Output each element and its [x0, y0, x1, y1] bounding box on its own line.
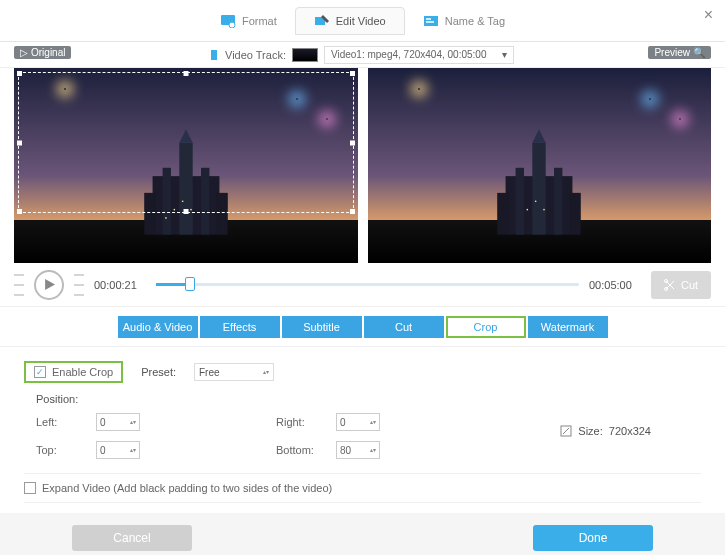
aspect-icon	[560, 425, 572, 437]
right-input[interactable]: 0▴▾	[336, 413, 380, 431]
subtab-watermark[interactable]: Watermark	[528, 316, 608, 338]
seek-track[interactable]	[156, 283, 579, 286]
size-value: 720x324	[609, 425, 651, 437]
svg-point-23	[527, 209, 529, 211]
svg-rect-3	[424, 16, 438, 26]
svg-marker-26	[45, 279, 55, 290]
stepper-icon: ▴▾	[263, 370, 269, 375]
top-label: Top:	[36, 444, 96, 456]
svg-point-1	[229, 22, 235, 28]
subtab-audio-video[interactable]: Audio & Video	[118, 316, 198, 338]
tag-icon	[423, 14, 439, 28]
footer: Cancel Done	[0, 513, 725, 555]
scissors-icon	[664, 279, 676, 291]
done-button[interactable]: Done	[533, 525, 653, 551]
enable-crop-checkbox[interactable]: ✓	[34, 366, 46, 378]
cancel-button[interactable]: Cancel	[72, 525, 192, 551]
video-track-select[interactable]: Video1: mpeg4, 720x404, 00:05:00 ▾	[324, 46, 514, 64]
size-label: Size:	[578, 425, 602, 437]
svg-point-24	[535, 200, 537, 202]
playback-bar: 00:00:21 00:05:00 Cut	[0, 263, 725, 307]
track-bullet-icon	[211, 50, 219, 60]
svg-rect-21	[516, 168, 524, 235]
current-time: 00:00:21	[94, 279, 146, 291]
play-icon	[44, 279, 55, 290]
crop-panel: ✓ Enable Crop Preset: Free ▴▾ Position: …	[0, 347, 725, 513]
tab-format[interactable]: Format	[202, 8, 295, 34]
play-button[interactable]	[34, 270, 64, 300]
castle-illustration	[419, 126, 659, 243]
cut-button[interactable]: Cut	[651, 271, 711, 299]
track-label: Video Track:	[225, 49, 286, 61]
video-track-row: ▷ Original Video Track: Video1: mpeg4, 7…	[0, 42, 725, 68]
bottom-input[interactable]: 80▴▾	[336, 441, 380, 459]
preview-area	[0, 68, 725, 263]
expand-video-label: Expand Video (Add black padding to two s…	[42, 482, 332, 494]
subtab-crop[interactable]: Crop	[446, 316, 526, 338]
expand-video-checkbox[interactable]: ✓	[24, 482, 36, 494]
output-preview	[368, 68, 712, 263]
svg-rect-19	[497, 193, 509, 235]
track-thumbnail	[292, 48, 318, 62]
seek-thumb[interactable]	[185, 277, 195, 291]
crop-selection[interactable]	[18, 72, 354, 213]
tab-edit-video[interactable]: Edit Video	[295, 7, 405, 35]
svg-rect-20	[569, 193, 581, 235]
enable-crop-toggle[interactable]: ✓ Enable Crop	[24, 361, 123, 383]
top-input[interactable]: 0▴▾	[96, 441, 140, 459]
left-label: Left:	[36, 416, 96, 428]
svg-point-25	[543, 209, 545, 211]
total-time: 00:05:00	[589, 279, 641, 291]
sub-tabs: Audio & Video Effects Subtitle Cut Crop …	[0, 307, 725, 347]
subtab-cut[interactable]: Cut	[364, 316, 444, 338]
svg-rect-17	[533, 143, 546, 235]
preset-value: Free	[199, 367, 220, 378]
position-label: Position:	[36, 393, 701, 405]
tab-edit-label: Edit Video	[336, 15, 386, 27]
edit-icon	[314, 14, 330, 28]
subtab-effects[interactable]: Effects	[200, 316, 280, 338]
svg-rect-4	[211, 50, 217, 60]
preset-select[interactable]: Free ▴▾	[194, 363, 274, 381]
format-icon	[220, 14, 236, 28]
chevron-down-icon: ▾	[502, 49, 507, 60]
svg-point-15	[165, 217, 167, 219]
tab-name-tag[interactable]: Name & Tag	[405, 8, 523, 34]
preset-label: Preset:	[141, 366, 176, 378]
left-input[interactable]: 0▴▾	[96, 413, 140, 431]
top-tabs: Format Edit Video Name & Tag ×	[0, 0, 725, 42]
svg-marker-18	[533, 129, 546, 142]
grip-icon	[14, 274, 24, 296]
original-preview[interactable]	[14, 68, 358, 263]
bottom-label: Bottom:	[276, 444, 336, 456]
grip-icon	[74, 274, 84, 296]
subtab-subtitle[interactable]: Subtitle	[282, 316, 362, 338]
original-badge: ▷ Original	[14, 46, 71, 59]
right-label: Right:	[276, 416, 336, 428]
svg-rect-22	[554, 168, 562, 235]
preview-badge: Preview 🔍	[648, 46, 711, 59]
tab-name-label: Name & Tag	[445, 15, 505, 27]
tab-format-label: Format	[242, 15, 277, 27]
enable-crop-label: Enable Crop	[52, 366, 113, 378]
track-select-value: Video1: mpeg4, 720x404, 00:05:00	[331, 49, 487, 60]
close-button[interactable]: ×	[704, 6, 713, 24]
